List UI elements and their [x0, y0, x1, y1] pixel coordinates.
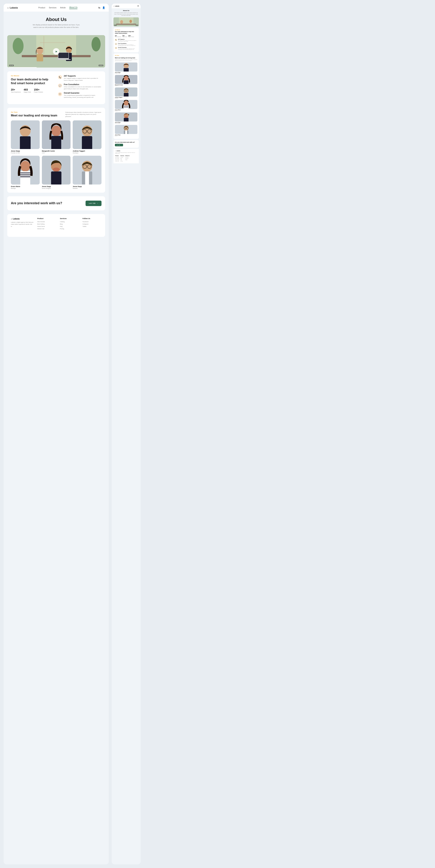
- portrait-jesse2: [42, 156, 71, 185]
- video-time-start: 01:40: [9, 65, 14, 66]
- side-consultation-icon: 💬: [115, 43, 117, 45]
- side-footer-pricing[interactable]: Pricing: [120, 161, 124, 161]
- logo[interactable]: ⌂ Lalasia: [7, 6, 18, 9]
- lets-talk-label: Let's Talk: [89, 203, 95, 204]
- footer-product-col: Product New Arrivals Best Selling Home D…: [37, 218, 56, 230]
- side-footer-kitchen-set[interactable]: Kitchen Set: [115, 161, 119, 161]
- play-button[interactable]: [53, 48, 59, 55]
- side-footer-best-selling[interactable]: Best Selling: [115, 158, 119, 159]
- footer-social-col: Follow Us Facebook Instagram Twitter: [83, 218, 102, 230]
- feature-support: 📞 24/7 Supports 24/7 support means a sup…: [58, 75, 102, 81]
- stat-years-value: 20+: [11, 88, 21, 91]
- side-photo-jesse3: [115, 125, 137, 134]
- side-video[interactable]: 01:40 03:52: [113, 18, 139, 26]
- team-role-andrew: Developer: [73, 152, 102, 154]
- side-footer-services: Services Catalog Blog FaQ Pricing: [120, 155, 124, 162]
- footer-link-pricing[interactable]: Pricing: [60, 228, 79, 229]
- side-logo[interactable]: ⌂ Lalasia: [113, 5, 119, 7]
- side-logo-icon: ⌂: [113, 5, 114, 7]
- team-card-jesse-depp: Jesse Depp Founder & CEO: [11, 120, 40, 154]
- side-cta-button[interactable]: Let's Talk →: [115, 144, 123, 146]
- hamburger-icon[interactable]: ☰: [137, 5, 139, 7]
- cart-icon[interactable]: 🛍: [98, 6, 100, 9]
- team-name-jesse: Jesse Depp: [11, 150, 40, 152]
- side-photo-jesse: [115, 62, 137, 71]
- team-role-jesse2: Senior Designer: [42, 188, 71, 189]
- side-portrait-margareth: [115, 75, 137, 84]
- mission-title: Our team dedicated to help find smart ho…: [11, 78, 54, 85]
- mission-left: Our Mission Our team dedicated to help f…: [11, 75, 54, 100]
- side-feature-consultation-desc: A free consultation is a one-on-one inte…: [118, 44, 137, 46]
- portrait-jesse3: [73, 156, 102, 185]
- stat-clients: 483 Happy Client: [24, 88, 31, 93]
- feature-guarantee-desc: The comprehensive guarantee is required …: [64, 94, 102, 98]
- footer-link-kitchen-set[interactable]: Kitchen Set: [37, 228, 56, 229]
- side-footer-blog[interactable]: Blog: [120, 158, 124, 159]
- footer-brand: ⌂ Lalasia Lalasia is digital agency that…: [11, 218, 34, 230]
- side-member-andrew: Andrew Taggart Developer: [115, 88, 137, 99]
- side-cta-box: Are you interested work with us? Let's T…: [113, 140, 139, 148]
- lets-talk-button[interactable]: Let's Talk →: [86, 200, 102, 206]
- team-card-grace: Grace Marie Manager: [11, 156, 40, 189]
- side-feature-consultation-content: Free Consultation A free consultation is…: [118, 43, 137, 46]
- main-nav: Product Services Article About Us: [38, 6, 78, 9]
- footer-link-blog[interactable]: Blog: [60, 223, 79, 225]
- footer-link-facebook[interactable]: Facebook: [83, 221, 102, 222]
- video-progress-bar[interactable]: [7, 67, 105, 68]
- user-icon[interactable]: 👤: [102, 6, 105, 9]
- side-team-label: Our Team: [115, 55, 137, 56]
- footer-logo[interactable]: ⌂ Lalasia: [11, 218, 34, 220]
- side-role-jesse: Founder & CEO: [115, 73, 137, 74]
- side-feature-support-desc: 24/7 support means a support service tha…: [118, 40, 137, 42]
- portrait-jesse: [11, 120, 40, 149]
- team-card-andrew: Andrew Taggart Developer: [73, 120, 102, 154]
- hero-description: We display products based on the latest …: [31, 24, 82, 29]
- side-footer-instagram[interactable]: Instagram: [125, 158, 129, 159]
- side-footer-twitter[interactable]: Twitter: [125, 159, 129, 160]
- side-photo-margareth: [115, 75, 137, 84]
- side-video-times: 01:40 03:52: [114, 25, 138, 26]
- feature-guarantee: 🛡 Overall Guarantee The comprehensive gu…: [58, 92, 102, 98]
- side-feature-support-title: 24/7 Supports: [118, 39, 137, 40]
- team-card-margareth: Margareth Carter COO: [42, 120, 71, 154]
- footer-link-faq[interactable]: FaQ: [60, 226, 79, 227]
- footer-link-best-selling[interactable]: Best Selling: [37, 223, 56, 225]
- side-member-margareth: Margareth Carter COO: [115, 75, 137, 86]
- stat-projects-label: Project Finished: [34, 91, 43, 93]
- portrait-grace: [11, 156, 40, 185]
- nav-services[interactable]: Services: [49, 6, 56, 9]
- side-footer-faq[interactable]: FaQ: [120, 159, 124, 160]
- side-footer-home-decor[interactable]: Home Decor: [115, 159, 119, 160]
- side-cta-title: Are you interested work with us?: [115, 142, 137, 143]
- footer-services-col: Services Catalog Blog FaQ Pricing: [60, 218, 79, 230]
- footer-link-catalog[interactable]: Catalog: [60, 221, 79, 222]
- team-photo-margareth: [42, 120, 71, 149]
- footer-link-twitter[interactable]: Twitter: [83, 226, 102, 227]
- lets-talk-arrow: →: [96, 203, 98, 204]
- side-footer-catalog[interactable]: Catalog: [120, 157, 124, 158]
- guarantee-icon: 🛡: [58, 92, 62, 96]
- footer-link-instagram[interactable]: Instagram: [83, 223, 102, 225]
- side-feature-guarantee: 🛡 Overall Guarantee The comprehensive gu…: [115, 47, 137, 50]
- side-footer-product-title: Product: [115, 155, 119, 156]
- side-footer-new-arrivals[interactable]: New Arrivals: [115, 157, 119, 158]
- side-feature-guarantee-desc: The comprehensive guarantee is required …: [118, 48, 137, 50]
- svg-rect-35: [51, 172, 61, 185]
- nav-article[interactable]: Article: [60, 6, 66, 9]
- footer-link-new-arrivals[interactable]: New Arrivals: [37, 221, 56, 222]
- team-header: Our Team Meet our leading and strong tea…: [11, 111, 102, 118]
- feature-guarantee-title: Overall Guarantee: [64, 92, 102, 94]
- stats-row: 20+ Years Experience 483 Happy Client 15…: [11, 88, 54, 93]
- consultation-icon: 💬: [58, 84, 62, 88]
- svg-rect-53: [124, 81, 128, 84]
- side-guarantee-icon: 🛡: [115, 47, 117, 49]
- video-section: 01:40 03:52: [7, 35, 105, 68]
- side-footer-facebook[interactable]: Facebook: [125, 157, 129, 158]
- feature-guarantee-content: Overall Guarantee The comprehensive guar…: [64, 92, 102, 98]
- side-footer-logo-text: Lalasia: [117, 150, 120, 151]
- nav-about[interactable]: About Us: [69, 6, 78, 9]
- side-stat-clients: 483 Happy Client: [122, 35, 127, 37]
- svg-point-46: [129, 20, 132, 23]
- footer-link-home-decor[interactable]: Home Decor: [37, 226, 56, 227]
- nav-product[interactable]: Product: [38, 6, 45, 9]
